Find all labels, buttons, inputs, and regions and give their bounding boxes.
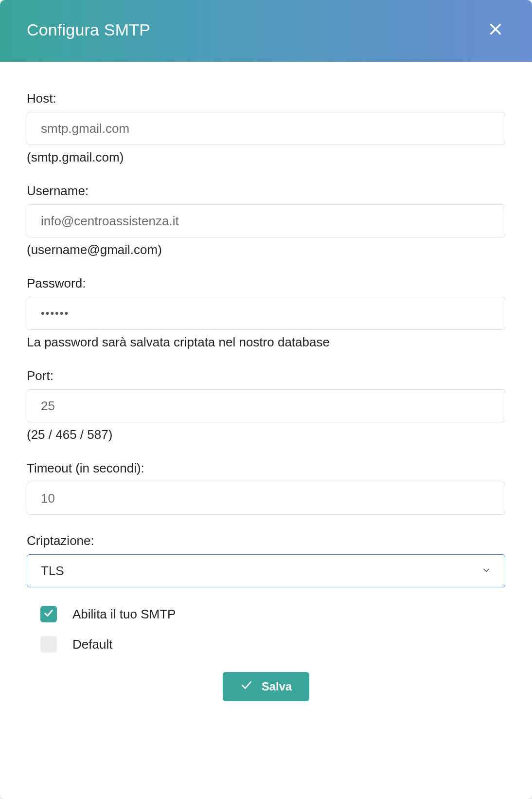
check-icon <box>240 679 253 694</box>
encryption-value: TLS <box>41 563 64 579</box>
host-hint: (smtp.gmail.com) <box>27 150 505 165</box>
encryption-group: Criptazione: TLS <box>27 533 505 587</box>
username-label: Username: <box>27 183 505 199</box>
password-label: Password: <box>27 276 505 291</box>
save-button[interactable]: Salva <box>223 672 310 701</box>
host-input[interactable] <box>27 112 505 145</box>
timeout-group: Timeout (in secondi): <box>27 461 505 515</box>
modal-body: Host: (smtp.gmail.com) Username: (userna… <box>0 62 532 799</box>
close-button[interactable] <box>486 19 505 40</box>
password-group: Password: •••••• La password sarà salvat… <box>27 276 505 350</box>
default-label: Default <box>72 637 112 652</box>
enable-smtp-row: Abilita il tuo SMTP <box>40 606 505 622</box>
close-icon <box>488 21 503 38</box>
username-input[interactable] <box>27 204 505 237</box>
default-row: Default <box>40 636 505 653</box>
save-button-label: Salva <box>262 680 292 693</box>
timeout-label: Timeout (in secondi): <box>27 461 505 476</box>
actions-bar: Salva <box>27 672 505 701</box>
port-group: Port: (25 / 465 / 587) <box>27 368 505 442</box>
timeout-input[interactable] <box>27 482 505 515</box>
chevron-down-icon <box>481 563 491 579</box>
encryption-label: Criptazione: <box>27 533 505 548</box>
host-group: Host: (smtp.gmail.com) <box>27 91 505 165</box>
host-label: Host: <box>27 91 505 106</box>
modal-title: Configura SMTP <box>27 20 150 39</box>
password-hint: La password sarà salvata criptata nel no… <box>27 335 505 350</box>
enable-smtp-label: Abilita il tuo SMTP <box>72 607 176 622</box>
modal-header: Configura SMTP <box>0 0 532 62</box>
port-input[interactable] <box>27 389 505 422</box>
username-hint: (username@gmail.com) <box>27 242 505 257</box>
port-label: Port: <box>27 368 505 383</box>
smtp-config-modal: Configura SMTP Host: (smtp.gmail.com) Us… <box>0 0 532 799</box>
default-checkbox[interactable] <box>40 636 57 653</box>
username-group: Username: (username@gmail.com) <box>27 183 505 257</box>
port-hint: (25 / 465 / 587) <box>27 427 505 442</box>
enable-smtp-checkbox[interactable] <box>40 606 57 622</box>
encryption-select[interactable]: TLS <box>27 554 505 587</box>
check-icon <box>43 608 54 620</box>
password-masked-value: •••••• <box>41 297 69 329</box>
password-input[interactable]: •••••• <box>27 297 505 330</box>
